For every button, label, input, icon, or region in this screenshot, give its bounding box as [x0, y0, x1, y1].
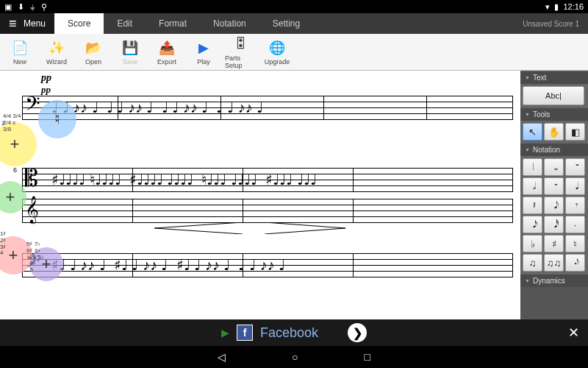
notation-grace[interactable]: 𝆺𝅥𝅮 [565, 254, 585, 272]
usb-icon: ⏚ [30, 2, 35, 12]
measure-number: 6 [13, 166, 17, 174]
open-icon: 📂 [85, 39, 102, 57]
notation-dot[interactable]: · [565, 216, 585, 233]
notation-16th[interactable]: 𝅘𝅥𝅯 [523, 216, 542, 233]
score-canvas[interactable]: pp pp 𝄢 ♩ ♩ ♪♪ ♩ ♩ ♩ ♪♪ ♩ ♩ ♩ ♪♪ ♩ ♩ ♩ ♪… [0, 71, 520, 319]
export-icon: 📤 [158, 39, 176, 57]
staff-1: 𝄢 ♩ ♩ ♪♪ ♩ ♩ ♩ ♪♪ ♩ ♩ ♩ ♪♪ ♩ ♩ ♩ ♪♪ ♩ [22, 96, 513, 119]
timesig-labels: 4/4 3/42/4 c3/8 [3, 113, 40, 132]
hamburger-icon [9, 17, 19, 30]
panel-header-tools[interactable]: Tools [520, 107, 588, 121]
document-title: Unsaved Score 1 [514, 13, 588, 34]
notation-sharp[interactable]: ♯ [544, 235, 564, 252]
menu-bar: Menu Score Edit Format Notation Setting … [0, 13, 588, 34]
upgrade-button[interactable]: 🌐Upgrade [262, 35, 293, 69]
eraser-tool[interactable]: ◧ [565, 123, 585, 141]
wifi-icon: ▾ [545, 2, 550, 12]
tab-edit[interactable]: Edit [104, 13, 146, 34]
pointer-tool[interactable]: ↖ [523, 123, 542, 141]
export-button[interactable]: 📤Export [151, 35, 182, 69]
notation-eighth[interactable]: 𝅘𝅥𝅮 [544, 197, 564, 214]
new-button[interactable]: 📄New [4, 35, 35, 69]
menu-label: Menu [24, 18, 46, 29]
notation-wholerest[interactable]: 𝄻 [565, 158, 585, 176]
treble-clef-icon: 𝄞 [25, 196, 39, 223]
notation-quarterrest[interactable]: 𝄽 [523, 197, 542, 214]
panel-header-dynamics[interactable]: Dynamics [520, 274, 588, 287]
notation-32nd[interactable]: 𝅘𝅥𝅰 [544, 216, 564, 233]
notation-natural[interactable]: ♮ [565, 235, 585, 252]
panel-header-notation[interactable]: Notation [520, 143, 588, 156]
notes-row: ♩ ♩ ♪♪ ♩ ♩ ♩ ♪♪ ♩ ♩ ♩ ♪♪ ♩ ♩ ♩ ♪♪ ♩ [51, 96, 506, 119]
ad-arrow-icon[interactable]: ❯ [348, 323, 367, 342]
dynamic-marking-2: pp [41, 84, 51, 96]
save-icon: 💾 [121, 39, 139, 57]
accidental-bubble[interactable]: ♮ [38, 100, 76, 138]
notation-halfrest[interactable]: 𝄼 [544, 177, 564, 195]
notation-beam4[interactable]: ♫♫ [544, 254, 564, 272]
home-button[interactable]: ○ [292, 351, 298, 363]
save-button: 💾Save [115, 35, 146, 69]
wizard-icon: ✨ [48, 39, 65, 57]
play-button[interactable]: ▶Play [188, 35, 219, 69]
tab-notation[interactable]: Notation [200, 13, 259, 34]
toolbar: 📄New ✨Wizard 📂Open 💾Save 📤Export ▶Play 🎛… [0, 34, 588, 71]
tab-score[interactable]: Score [54, 13, 104, 34]
battery-icon: ▮ [554, 2, 559, 12]
workspace: pp pp 𝄢 ♩ ♩ ♪♪ ♩ ♩ ♩ ♪♪ ♩ ♩ ♩ ♪♪ ♩ ♩ ♩ ♪… [0, 71, 588, 319]
play-icon: ▶ [195, 39, 212, 57]
crescendo-hairpin-icon [154, 222, 345, 234]
tab-setting[interactable]: Setting [259, 13, 313, 34]
debug-icon: ⚲ [41, 2, 47, 12]
staff-2a: 𝄡 ♯♩♩♩♩ ♮♩♩♩♩ ♯♩♩♩♩ ♩♩♩♩ ♮♩♩♩ ♩♩♩♩ ♯♩♩♩ … [22, 168, 513, 191]
staff-3: 𝄢 ♯♩ ♩ ♪♪ ♩ ♯♩ ♩ ♪♪ ♩ ♯♩ ♩ ♪♪ ♩ ♩ ♩ ♪♪ ♩ [22, 253, 513, 277]
recent-apps-button[interactable]: □ [365, 351, 370, 363]
notation-half[interactable]: 𝅗𝅥 [523, 177, 542, 195]
back-button[interactable]: ◁ [218, 351, 226, 363]
key-labels-left: 1♯2♯3♯4 [0, 231, 6, 257]
hand-tool[interactable]: ✋ [544, 123, 564, 141]
notes-row: ♯♩ ♩ ♪♪ ♩ ♯♩ ♩ ♪♪ ♩ ♯♩ ♩ ♪♪ ♩ ♩ ♩ ♪♪ ♩ [51, 253, 506, 277]
ad-banner[interactable]: ▶ f Facebook ❯ ✕ [0, 319, 588, 346]
key-labels-right: 5♯ 7♭6♯ 1♭ 2♭ 3♭ 4♭ 5 [26, 241, 44, 274]
open-button[interactable]: 📂Open [78, 35, 109, 69]
ad-text: Facebook [260, 325, 318, 341]
ad-play-icon: ▶ [221, 327, 229, 339]
staff-2b: 𝄞 [22, 199, 513, 222]
text-tool-button[interactable]: Abc| [523, 86, 584, 105]
menu-button[interactable]: Menu [0, 13, 54, 34]
clock: 12:16 [563, 2, 584, 11]
notation-palette: 𝄀 𝅝 𝄻 𝅗𝅥 𝄼 𝅘𝅥 𝄽 𝅘𝅥𝅮 𝄾 𝅘𝅥𝅯 𝅘𝅥𝅰 · ♭ ♯ ♮ ♫ … [520, 156, 588, 274]
panel-header-text[interactable]: Text [520, 71, 588, 84]
notation-quarter[interactable]: 𝅘𝅥 [565, 177, 585, 195]
tab-format[interactable]: Format [146, 13, 200, 34]
alto-clef-icon: 𝄡 [25, 165, 38, 192]
facebook-icon: f [237, 325, 253, 341]
notation-beam2[interactable]: ♫ [523, 254, 542, 272]
new-icon: 📄 [11, 39, 29, 57]
notation-eighthrest[interactable]: 𝄾 [565, 197, 585, 214]
android-status-bar: ▣ ⬇ ⏚ ⚲ ▾ ▮ 12:16 [0, 0, 588, 13]
parts-setup-button[interactable]: 🎛Parts Setup [225, 35, 256, 69]
dynamic-marking: pp [41, 72, 51, 84]
notation-flat[interactable]: ♭ [523, 235, 542, 252]
parts-icon: 🎛 [232, 35, 249, 53]
image-icon: ▣ [4, 2, 12, 12]
wizard-button[interactable]: ✨Wizard [41, 35, 72, 69]
upgrade-icon: 🌐 [268, 39, 286, 57]
notation-whole[interactable]: 𝅝 [544, 158, 564, 176]
android-nav-bar: ◁ ○ □ [0, 346, 588, 368]
download-icon: ⬇ [18, 2, 24, 12]
side-panel: Text Abc| Tools ↖ ✋ ◧ Notation 𝄀 𝅝 𝄻 𝅗𝅥 … [520, 71, 588, 319]
notes-row: ♯♩♩♩♩ ♮♩♩♩♩ ♯♩♩♩♩ ♩♩♩♩ ♮♩♩♩ ♩♩♩♩ ♯♩♩♩ ♩♩… [51, 168, 506, 191]
ad-close-button[interactable]: ✕ [568, 325, 579, 341]
notation-barline[interactable]: 𝄀 [523, 158, 542, 176]
